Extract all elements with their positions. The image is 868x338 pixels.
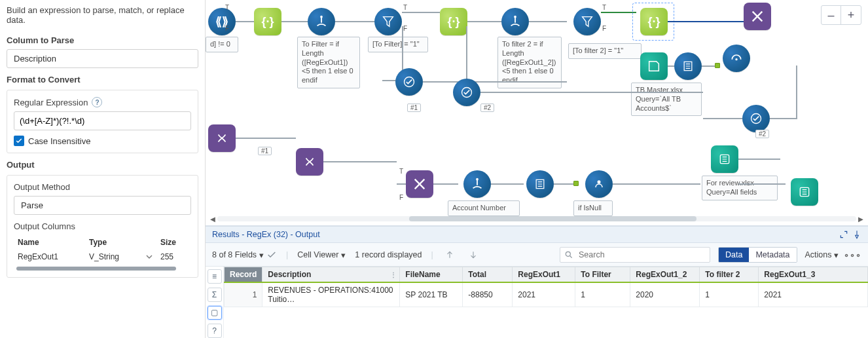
col-record[interactable]: Record [225,267,262,283]
tool-formula-1[interactable] [308,8,335,35]
results-view-toolbar: ≡ Σ ▢ ? [206,267,224,338]
chevron-down-icon[interactable]: ▾ [259,250,264,260]
port-label-f: F [225,25,229,32]
cell-regexout1: 2021 [513,282,575,307]
tool-output-forreview-a[interactable] [711,145,738,173]
cell-regexout1-3: 2021 [759,282,868,307]
zoom-out-button[interactable]: – [822,6,841,24]
zoom-controls: – + [821,5,861,25]
svg-point-12 [566,252,570,256]
canvas-horizontal-scrollbar[interactable]: ◄ ► [208,214,865,224]
tool-join[interactable] [744,3,771,30]
view-help-icon[interactable]: ? [208,324,222,338]
col-total[interactable]: Total [463,267,513,283]
port-label-t: T [399,168,403,175]
pin-icon[interactable] [852,230,861,239]
output-method-select[interactable]: Parse [14,196,191,215]
tool-output-forreview-b[interactable] [791,178,818,206]
cell-viewer-label[interactable]: Cell Viewer [297,250,338,259]
view-note-icon[interactable]: ▢ [208,306,222,320]
tool-select-row3[interactable] [526,170,554,198]
cell-tofilter: 1 [575,282,630,307]
table-row[interactable]: 1 REVENUES - OPERATIONS:41000 Tuitio… SP… [225,282,868,307]
label-output: Output [7,160,198,170]
chevron-down-icon[interactable] [146,254,153,260]
search-input-wrap[interactable] [560,247,710,263]
next-record-button[interactable] [466,248,480,262]
help-icon[interactable]: ? [92,97,102,107]
results-toolbar: 8 of 8 Fields ▾ | Cell Viewer ▾ 1 record… [206,243,868,267]
view-sigma-icon[interactable]: Σ [208,288,222,302]
horizontal-scrollbar[interactable] [16,267,176,271]
format-group: Regular Expression ? Case Insensitive [7,90,198,153]
tool-regex-row2[interactable] [208,124,236,152]
data-metadata-toggle[interactable]: Data Metadata [718,247,797,263]
more-menu-icon[interactable]: ∘∘∘ [844,250,861,259]
edge-label-1b: #1 [258,147,272,155]
prev-record-button[interactable] [443,248,457,262]
outcol-size: 255 [156,250,191,264]
edge-label-2: #2 [480,103,494,112]
outcol-row[interactable]: RegExOut1 V_String 255 [14,250,191,264]
chevron-down-icon[interactable]: ▾ [341,250,346,260]
label-regular-expression: Regular Expression [14,98,88,107]
col-tofilter[interactable]: To Filter [575,267,630,283]
tool-join-row3[interactable] [406,170,433,198]
actions-menu[interactable]: Actions ▾ [805,250,839,259]
annotation-tofilter2: To filter 2 = if Length ([RegExOut1_2])<… [497,37,562,88]
seg-metadata[interactable]: Metadata [749,248,796,262]
search-input[interactable] [577,250,706,260]
column-to-parse-value: Description [14,54,56,64]
tool-dynamic-rename[interactable]: ⟪⟫ [208,8,236,35]
tool-input-tbmaster[interactable] [640,52,668,80]
tool-regex-selected[interactable]: {·} [640,8,668,35]
col-regexout1-3[interactable]: RegExOut1_3 [759,267,868,283]
svg-point-1 [514,16,516,18]
column-to-parse-select[interactable]: Description [7,49,198,68]
results-grid[interactable]: Record Description⋮ FileName Total RegEx… [224,267,868,338]
col-regexout1-2[interactable]: RegExOut1_2 [630,267,700,283]
tool-cleanse-row3[interactable] [585,170,613,198]
expand-icon[interactable] [839,230,848,239]
svg-point-7 [476,178,479,181]
output-method-value: Parse [21,200,43,210]
port-label-f: F [602,25,606,32]
col-description[interactable]: Description⋮ [262,267,400,283]
scroll-left-icon[interactable]: ◄ [208,214,217,223]
tool-cleanse-2[interactable] [453,79,480,106]
tool-formula-row3[interactable] [463,170,491,198]
tool-cleanse-3[interactable] [742,105,770,132]
svg-point-0 [320,16,323,18]
results-title: Results - RegEx (32) - Output [212,230,320,239]
tool-regex-row2b[interactable] [296,148,323,176]
scroll-right-icon[interactable]: ► [856,214,865,223]
zoom-in-button[interactable]: + [841,6,861,24]
annotation-tofilter2-eq: [To filter 2] = "1" [568,43,642,59]
tool-select-tbmaster[interactable] [674,52,702,80]
tool-filter-2a[interactable]: {·} [440,8,467,35]
cell-tofilter2: 1 [700,282,759,307]
regex-input[interactable] [14,111,191,130]
tool-cleanse-1[interactable] [395,68,423,96]
outcol-header-type: Type [85,235,156,250]
tool-filter-1a[interactable]: {·} [254,8,281,35]
outcol-header-name: Name [14,235,85,250]
search-icon [564,250,573,259]
tool-browse-top[interactable] [723,45,750,72]
cell-rownum: 1 [225,282,262,307]
tool-filter-2b[interactable] [573,8,601,35]
view-list-icon[interactable]: ≡ [208,269,222,284]
workflow-canvas[interactable]: – + ⟪⟫ T F d] != 0 {·} To Filter = if Le… [206,0,868,226]
annotation-dynamic: d] != 0 [206,37,238,52]
checkmark-icon[interactable] [266,250,277,260]
output-columns-table: Name Type Size RegExOut1 V_String 255 [14,235,191,264]
tool-formula-2[interactable] [501,8,529,35]
col-regexout1[interactable]: RegExOut1 [513,267,575,283]
port-label-t: T [225,4,229,11]
tool-filter-1b[interactable] [374,8,402,35]
col-tofilter2[interactable]: To filter 2 [700,267,759,283]
col-filename[interactable]: FileName [400,267,463,283]
case-insensitive-checkbox[interactable]: Case Insensitive [14,136,191,146]
seg-data[interactable]: Data [719,248,749,262]
outcol-name: RegExOut1 [14,250,85,264]
